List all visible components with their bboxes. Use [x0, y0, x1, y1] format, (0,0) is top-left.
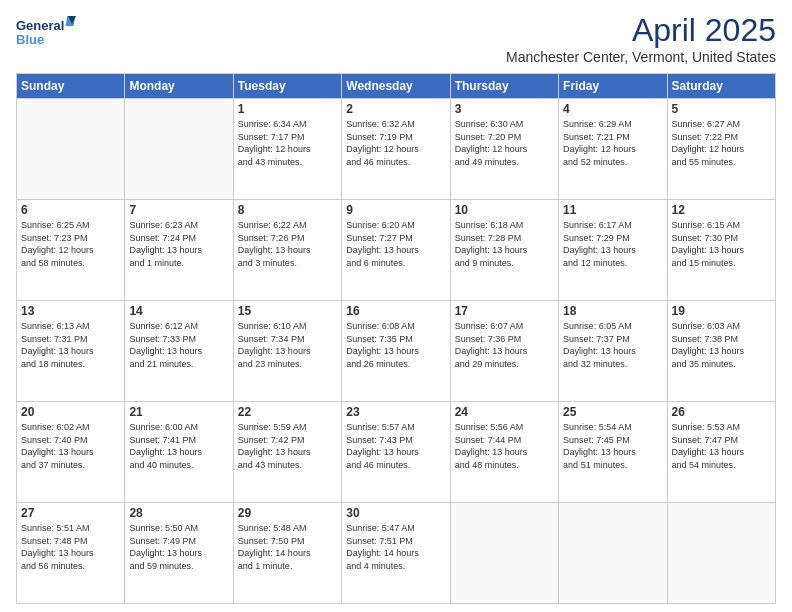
- day-cell: 2Sunrise: 6:32 AM Sunset: 7:19 PM Daylig…: [342, 99, 450, 200]
- day-number: 9: [346, 203, 445, 217]
- day-info: Sunrise: 5:56 AM Sunset: 7:44 PM Dayligh…: [455, 421, 554, 471]
- day-number: 3: [455, 102, 554, 116]
- day-number: 10: [455, 203, 554, 217]
- week-row-3: 13Sunrise: 6:13 AM Sunset: 7:31 PM Dayli…: [17, 301, 776, 402]
- day-cell: [667, 503, 775, 604]
- week-row-2: 6Sunrise: 6:25 AM Sunset: 7:23 PM Daylig…: [17, 200, 776, 301]
- weekday-header-sunday: Sunday: [17, 74, 125, 99]
- day-cell: 17Sunrise: 6:07 AM Sunset: 7:36 PM Dayli…: [450, 301, 558, 402]
- day-number: 5: [672, 102, 771, 116]
- page: General Blue April 2025 Manchester Cente…: [0, 0, 792, 612]
- day-number: 24: [455, 405, 554, 419]
- day-cell: 27Sunrise: 5:51 AM Sunset: 7:48 PM Dayli…: [17, 503, 125, 604]
- day-number: 14: [129, 304, 228, 318]
- day-number: 11: [563, 203, 662, 217]
- day-number: 21: [129, 405, 228, 419]
- day-info: Sunrise: 5:48 AM Sunset: 7:50 PM Dayligh…: [238, 522, 337, 572]
- day-info: Sunrise: 6:20 AM Sunset: 7:27 PM Dayligh…: [346, 219, 445, 269]
- day-cell: 22Sunrise: 5:59 AM Sunset: 7:42 PM Dayli…: [233, 402, 341, 503]
- day-info: Sunrise: 6:23 AM Sunset: 7:24 PM Dayligh…: [129, 219, 228, 269]
- day-cell: 13Sunrise: 6:13 AM Sunset: 7:31 PM Dayli…: [17, 301, 125, 402]
- svg-text:Blue: Blue: [16, 32, 44, 47]
- logo: General Blue: [16, 12, 76, 52]
- day-cell: 29Sunrise: 5:48 AM Sunset: 7:50 PM Dayli…: [233, 503, 341, 604]
- day-cell: 26Sunrise: 5:53 AM Sunset: 7:47 PM Dayli…: [667, 402, 775, 503]
- header: General Blue April 2025 Manchester Cente…: [16, 12, 776, 65]
- day-info: Sunrise: 6:00 AM Sunset: 7:41 PM Dayligh…: [129, 421, 228, 471]
- day-number: 27: [21, 506, 120, 520]
- day-cell: 15Sunrise: 6:10 AM Sunset: 7:34 PM Dayli…: [233, 301, 341, 402]
- day-cell: 20Sunrise: 6:02 AM Sunset: 7:40 PM Dayli…: [17, 402, 125, 503]
- day-number: 20: [21, 405, 120, 419]
- day-info: Sunrise: 6:30 AM Sunset: 7:20 PM Dayligh…: [455, 118, 554, 168]
- day-cell: 7Sunrise: 6:23 AM Sunset: 7:24 PM Daylig…: [125, 200, 233, 301]
- day-info: Sunrise: 6:22 AM Sunset: 7:26 PM Dayligh…: [238, 219, 337, 269]
- day-cell: [17, 99, 125, 200]
- day-info: Sunrise: 6:27 AM Sunset: 7:22 PM Dayligh…: [672, 118, 771, 168]
- day-info: Sunrise: 5:50 AM Sunset: 7:49 PM Dayligh…: [129, 522, 228, 572]
- day-number: 12: [672, 203, 771, 217]
- day-number: 25: [563, 405, 662, 419]
- weekday-header-thursday: Thursday: [450, 74, 558, 99]
- day-number: 17: [455, 304, 554, 318]
- day-cell: 28Sunrise: 5:50 AM Sunset: 7:49 PM Dayli…: [125, 503, 233, 604]
- day-number: 13: [21, 304, 120, 318]
- day-info: Sunrise: 6:07 AM Sunset: 7:36 PM Dayligh…: [455, 320, 554, 370]
- week-row-4: 20Sunrise: 6:02 AM Sunset: 7:40 PM Dayli…: [17, 402, 776, 503]
- day-number: 26: [672, 405, 771, 419]
- day-info: Sunrise: 6:29 AM Sunset: 7:21 PM Dayligh…: [563, 118, 662, 168]
- day-number: 23: [346, 405, 445, 419]
- day-info: Sunrise: 6:25 AM Sunset: 7:23 PM Dayligh…: [21, 219, 120, 269]
- day-info: Sunrise: 6:05 AM Sunset: 7:37 PM Dayligh…: [563, 320, 662, 370]
- day-info: Sunrise: 6:32 AM Sunset: 7:19 PM Dayligh…: [346, 118, 445, 168]
- day-cell: 19Sunrise: 6:03 AM Sunset: 7:38 PM Dayli…: [667, 301, 775, 402]
- day-cell: 25Sunrise: 5:54 AM Sunset: 7:45 PM Dayli…: [559, 402, 667, 503]
- week-row-1: 1Sunrise: 6:34 AM Sunset: 7:17 PM Daylig…: [17, 99, 776, 200]
- day-cell: 23Sunrise: 5:57 AM Sunset: 7:43 PM Dayli…: [342, 402, 450, 503]
- day-cell: 21Sunrise: 6:00 AM Sunset: 7:41 PM Dayli…: [125, 402, 233, 503]
- day-cell: 5Sunrise: 6:27 AM Sunset: 7:22 PM Daylig…: [667, 99, 775, 200]
- day-number: 8: [238, 203, 337, 217]
- day-number: 7: [129, 203, 228, 217]
- weekday-header-friday: Friday: [559, 74, 667, 99]
- day-cell: 14Sunrise: 6:12 AM Sunset: 7:33 PM Dayli…: [125, 301, 233, 402]
- day-cell: 16Sunrise: 6:08 AM Sunset: 7:35 PM Dayli…: [342, 301, 450, 402]
- calendar: SundayMondayTuesdayWednesdayThursdayFrid…: [16, 73, 776, 604]
- day-number: 29: [238, 506, 337, 520]
- weekday-header-wednesday: Wednesday: [342, 74, 450, 99]
- day-info: Sunrise: 5:59 AM Sunset: 7:42 PM Dayligh…: [238, 421, 337, 471]
- day-number: 1: [238, 102, 337, 116]
- day-cell: 12Sunrise: 6:15 AM Sunset: 7:30 PM Dayli…: [667, 200, 775, 301]
- day-cell: [450, 503, 558, 604]
- day-cell: 3Sunrise: 6:30 AM Sunset: 7:20 PM Daylig…: [450, 99, 558, 200]
- day-cell: 10Sunrise: 6:18 AM Sunset: 7:28 PM Dayli…: [450, 200, 558, 301]
- day-info: Sunrise: 6:17 AM Sunset: 7:29 PM Dayligh…: [563, 219, 662, 269]
- week-row-5: 27Sunrise: 5:51 AM Sunset: 7:48 PM Dayli…: [17, 503, 776, 604]
- day-info: Sunrise: 6:10 AM Sunset: 7:34 PM Dayligh…: [238, 320, 337, 370]
- title-block: April 2025 Manchester Center, Vermont, U…: [506, 12, 776, 65]
- day-number: 6: [21, 203, 120, 217]
- day-number: 16: [346, 304, 445, 318]
- weekday-header-saturday: Saturday: [667, 74, 775, 99]
- weekday-header-row: SundayMondayTuesdayWednesdayThursdayFrid…: [17, 74, 776, 99]
- month-title: April 2025: [506, 12, 776, 49]
- location-title: Manchester Center, Vermont, United State…: [506, 49, 776, 65]
- day-number: 4: [563, 102, 662, 116]
- day-number: 22: [238, 405, 337, 419]
- weekday-header-tuesday: Tuesday: [233, 74, 341, 99]
- day-info: Sunrise: 6:03 AM Sunset: 7:38 PM Dayligh…: [672, 320, 771, 370]
- logo-svg: General Blue: [16, 12, 76, 52]
- day-cell: [125, 99, 233, 200]
- day-cell: [559, 503, 667, 604]
- day-cell: 6Sunrise: 6:25 AM Sunset: 7:23 PM Daylig…: [17, 200, 125, 301]
- day-cell: 30Sunrise: 5:47 AM Sunset: 7:51 PM Dayli…: [342, 503, 450, 604]
- day-info: Sunrise: 6:18 AM Sunset: 7:28 PM Dayligh…: [455, 219, 554, 269]
- day-cell: 24Sunrise: 5:56 AM Sunset: 7:44 PM Dayli…: [450, 402, 558, 503]
- day-number: 30: [346, 506, 445, 520]
- day-cell: 4Sunrise: 6:29 AM Sunset: 7:21 PM Daylig…: [559, 99, 667, 200]
- day-info: Sunrise: 6:08 AM Sunset: 7:35 PM Dayligh…: [346, 320, 445, 370]
- day-info: Sunrise: 5:57 AM Sunset: 7:43 PM Dayligh…: [346, 421, 445, 471]
- weekday-header-monday: Monday: [125, 74, 233, 99]
- day-info: Sunrise: 5:47 AM Sunset: 7:51 PM Dayligh…: [346, 522, 445, 572]
- day-info: Sunrise: 5:51 AM Sunset: 7:48 PM Dayligh…: [21, 522, 120, 572]
